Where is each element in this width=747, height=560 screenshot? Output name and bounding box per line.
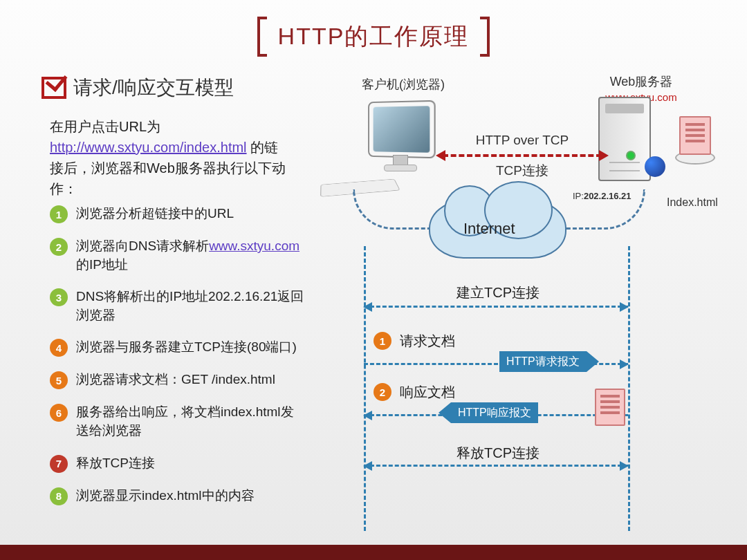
- page-title-wrap: HTTP的工作原理: [0, 17, 747, 57]
- http-request-tag: HTTP请求报文: [499, 351, 587, 372]
- document-icon: [679, 116, 711, 155]
- section-subtitle: 请求/响应交互模型: [42, 75, 234, 101]
- checkbox-icon: [42, 77, 66, 99]
- steps-list: 1浏览器分析超链接中的URL2浏览器向DNS请求解析www.sxtyu.com的…: [50, 205, 306, 519]
- step-8: 8浏览器显示index.html中的内容: [50, 487, 306, 505]
- intro-paragraph: 在用户点击URL为 http://www.sxtyu.com/index.htm…: [50, 116, 292, 199]
- step-text: 浏览器请求文档：GET /index.html: [76, 371, 275, 389]
- release-tcp-label: 释放TCP连接: [456, 444, 540, 463]
- step-badge: 3: [50, 288, 68, 306]
- step-5: 5浏览器请求文档：GET /index.html: [50, 371, 306, 389]
- client-computer-icon: [332, 95, 453, 203]
- dns-link[interactable]: www.sxtyu.com: [209, 239, 299, 253]
- network-diagram: 客户机(浏览器) Web服务器 www.sxtyu.com HTTP over …: [325, 75, 733, 538]
- step-text: DNS将解析出的IP地址202.2.16.21返回浏览器: [76, 288, 306, 324]
- step-badge: 7: [50, 455, 68, 473]
- intro-prefix: 在用户点击URL为: [50, 119, 160, 134]
- response-label: 响应文档: [400, 383, 455, 402]
- step-text: 浏览器与服务器建立TCP连接(80端口): [76, 338, 297, 357]
- cloud-curve-right: [553, 189, 645, 230]
- intro-url-link[interactable]: http://www.sxtyu.com/index.html: [50, 140, 247, 155]
- connection-label-1: HTTP over TCP: [453, 133, 591, 148]
- step-text: 浏览器分析超链接中的URL: [76, 205, 234, 223]
- step-1: 1浏览器分析超链接中的URL: [50, 205, 306, 223]
- step-badge: 4: [50, 339, 68, 357]
- step-text: 浏览器显示index.html中的内容: [76, 487, 255, 505]
- title-bracket: HTTP的工作原理: [261, 17, 486, 57]
- server-lifeline: [628, 246, 630, 531]
- client-lifeline: [364, 246, 366, 531]
- step-badge: 8: [50, 487, 68, 505]
- response-document-icon: [595, 389, 625, 426]
- step-6: 6服务器给出响应，将文档index.html发送给浏览器: [50, 403, 306, 440]
- step-text: 释放TCP连接: [76, 454, 155, 473]
- internet-label: Internet: [463, 220, 515, 238]
- seq-badge-2: 2: [374, 383, 391, 401]
- release-tcp-arrow: [364, 465, 628, 467]
- step-2: 2浏览器向DNS请求解析www.sxtyu.com的IP地址: [50, 237, 306, 274]
- request-label: 请求文档: [400, 332, 455, 351]
- server-tower-icon: [595, 97, 671, 200]
- page-title: HTTP的工作原理: [278, 23, 470, 49]
- client-label: 客户机(浏览器): [351, 76, 455, 93]
- step-3: 3DNS将解析出的IP地址202.2.16.21返回浏览器: [50, 288, 306, 324]
- globe-icon: [645, 156, 665, 177]
- document-label: Index.html: [667, 196, 718, 209]
- step-badge: 5: [50, 371, 68, 389]
- establish-tcp-arrow: [364, 306, 628, 308]
- step-badge: 6: [50, 404, 68, 422]
- tcp-connection-arrow: [443, 154, 602, 157]
- subtitle-text: 请求/响应交互模型: [73, 75, 234, 101]
- seq-badge-1: 1: [374, 332, 391, 350]
- step-4: 4浏览器与服务器建立TCP连接(80端口): [50, 338, 306, 357]
- step-badge: 2: [50, 238, 68, 256]
- step-7: 7释放TCP连接: [50, 454, 306, 473]
- http-response-tag: HTTP响应报文: [451, 402, 538, 423]
- step-badge: 1: [50, 205, 68, 223]
- establish-tcp-label: 建立TCP连接: [456, 283, 540, 302]
- step-text: 服务器给出响应，将文档index.html发送给浏览器: [76, 403, 306, 440]
- step-text: 浏览器向DNS请求解析www.sxtyu.com的IP地址: [76, 237, 306, 274]
- connection-label-2: TCP连接: [453, 162, 591, 180]
